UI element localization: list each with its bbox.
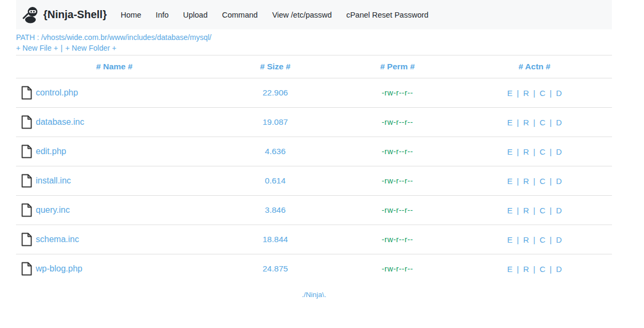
action-separator: | (517, 235, 519, 244)
new-folder-link[interactable]: + New Folder + (65, 44, 116, 52)
action-chmod-link[interactable]: C (539, 147, 545, 156)
table-row: edit.php 4.636 -rw-r--r-- E|R|C|D (16, 137, 612, 166)
nav-item-home[interactable]: Home (121, 11, 142, 19)
action-rename-link[interactable]: R (523, 265, 529, 274)
action-chmod-link[interactable]: C (539, 177, 545, 186)
action-rename-link[interactable]: R (523, 206, 529, 215)
action-chmod-link[interactable]: C (539, 235, 545, 244)
file-perm: -rw-r--r-- (338, 118, 457, 126)
action-edit-link[interactable]: E (507, 118, 513, 127)
action-separator: | (533, 206, 536, 215)
action-separator: | (533, 177, 536, 186)
action-separator: | (549, 118, 552, 127)
file-size: 24.875 (213, 264, 337, 274)
ninja-icon (22, 6, 38, 23)
action-separator: | (549, 147, 552, 156)
current-path: PATH : /vhosts/wide.com.br/www/includes/… (16, 33, 612, 42)
file-name-cell: control.php (16, 86, 213, 100)
action-delete-link[interactable]: D (556, 118, 562, 127)
action-chmod-link[interactable]: C (539, 206, 545, 215)
action-separator: | (533, 147, 536, 156)
file-name-cell: wp-blog.php (16, 262, 213, 276)
file-name-link[interactable]: schema.inc (36, 235, 79, 244)
action-delete-link[interactable]: D (556, 265, 562, 274)
action-separator: | (549, 206, 552, 215)
action-separator: | (517, 147, 519, 156)
header-size: # Size # (213, 62, 337, 71)
file-icon (21, 203, 32, 217)
action-rename-link[interactable]: R (523, 118, 529, 127)
nav-item-command[interactable]: Command (222, 11, 258, 19)
action-rename-link[interactable]: R (523, 89, 529, 98)
brand-title: {Ninja-Shell} (43, 9, 107, 21)
action-delete-link[interactable]: D (556, 177, 562, 186)
action-delete-link[interactable]: D (556, 147, 562, 156)
file-perm: -rw-r--r-- (338, 177, 457, 185)
action-edit-link[interactable]: E (507, 89, 513, 98)
file-name-cell: schema.inc (16, 233, 213, 246)
action-separator: | (533, 265, 536, 274)
action-delete-link[interactable]: D (556, 89, 562, 98)
action-delete-link[interactable]: D (556, 206, 562, 215)
brand-link[interactable]: {Ninja-Shell} (22, 6, 107, 23)
header-actn: # Actn # (457, 62, 612, 71)
file-perm: -rw-r--r-- (338, 235, 457, 244)
action-edit-link[interactable]: E (507, 206, 513, 215)
page-container: {Ninja-Shell} Home Info Upload Command V… (16, 0, 612, 299)
file-actions: E|R|C|D (457, 265, 612, 274)
file-size: 22.906 (213, 88, 337, 98)
action-rename-link[interactable]: R (523, 177, 529, 186)
file-actions: E|R|C|D (457, 118, 612, 127)
file-icon (21, 174, 32, 188)
action-separator: | (517, 118, 519, 127)
new-file-link[interactable]: + New File + (16, 44, 58, 52)
action-delete-link[interactable]: D (556, 235, 562, 244)
header-name: # Name # (16, 62, 213, 71)
file-name-link[interactable]: edit.php (36, 147, 66, 156)
file-perm: -rw-r--r-- (338, 265, 457, 273)
file-icon (21, 262, 32, 276)
file-size: 19.087 (213, 117, 337, 127)
action-separator: | (517, 206, 519, 215)
action-edit-link[interactable]: E (507, 265, 513, 274)
nav-item-view-etc-passwd[interactable]: View /etc/passwd (272, 11, 332, 19)
file-perm: -rw-r--r-- (338, 206, 457, 214)
file-name-link[interactable]: wp-blog.php (36, 264, 82, 274)
file-name-cell: install.inc (16, 174, 213, 188)
file-size: 3.846 (213, 205, 337, 215)
action-rename-link[interactable]: R (523, 147, 529, 156)
nav-item-info[interactable]: Info (156, 11, 169, 19)
action-rename-link[interactable]: R (523, 235, 529, 244)
file-size: 18.844 (213, 235, 337, 244)
action-edit-link[interactable]: E (507, 177, 513, 186)
file-actions: E|R|C|D (457, 235, 612, 244)
file-perm: -rw-r--r-- (338, 147, 457, 156)
table-row: wp-blog.php 24.875 -rw-r--r-- E|R|C|D (16, 254, 612, 283)
action-chmod-link[interactable]: C (539, 265, 545, 274)
file-name-link[interactable]: install.inc (36, 176, 71, 186)
nav-menu: Home Info Upload Command View /etc/passw… (121, 11, 428, 19)
file-name-link[interactable]: query.inc (36, 205, 70, 215)
nav-item-upload[interactable]: Upload (183, 11, 208, 19)
action-separator: | (549, 89, 552, 98)
action-separator: | (533, 89, 536, 98)
action-separator: | (549, 177, 552, 186)
table-row: query.inc 3.846 -rw-r--r-- E|R|C|D (16, 195, 612, 225)
action-chmod-link[interactable]: C (539, 89, 545, 98)
action-edit-link[interactable]: E (507, 147, 513, 156)
file-name-cell: query.inc (16, 203, 213, 217)
file-name-link[interactable]: control.php (36, 88, 78, 98)
file-actions: E|R|C|D (457, 177, 612, 186)
file-icon (21, 145, 32, 158)
nav-item-cpanel-reset-password[interactable]: cPanel Reset Password (346, 11, 428, 19)
action-separator: | (517, 177, 519, 186)
file-actions: E|R|C|D (457, 206, 612, 215)
footer-signature: ./Ninja\. (16, 291, 612, 299)
actions-bar: + New File +|+ New Folder + (16, 44, 612, 52)
file-name-cell: database.inc (16, 115, 213, 129)
action-chmod-link[interactable]: C (539, 118, 545, 127)
file-name-link[interactable]: database.inc (36, 117, 84, 127)
action-separator: | (517, 265, 519, 274)
file-icon (21, 233, 32, 246)
action-edit-link[interactable]: E (507, 235, 513, 244)
